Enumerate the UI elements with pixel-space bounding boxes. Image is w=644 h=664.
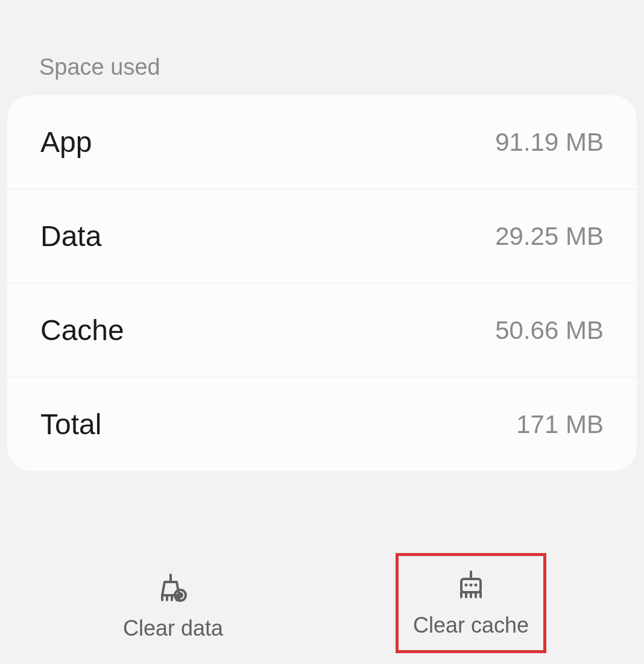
row-data-label: Data bbox=[40, 220, 101, 253]
section-header: Space used bbox=[0, 0, 644, 95]
row-app-value: 91.19 MB bbox=[495, 128, 604, 157]
row-total[interactable]: Total 171 MB bbox=[7, 378, 637, 471]
bottom-actions: Clear data Clear cache bbox=[0, 553, 644, 653]
svg-point-1 bbox=[178, 593, 182, 597]
broom-clear-cache-icon bbox=[454, 568, 488, 602]
storage-card: App 91.19 MB Data 29.25 MB Cache 50.66 M… bbox=[7, 95, 637, 471]
clear-data-button[interactable]: Clear data bbox=[98, 559, 248, 653]
row-cache-value: 50.66 MB bbox=[495, 316, 604, 345]
row-cache[interactable]: Cache 50.66 MB bbox=[7, 283, 637, 378]
clear-cache-label: Clear cache bbox=[413, 613, 529, 638]
row-total-value: 171 MB bbox=[516, 410, 604, 439]
clear-data-label: Clear data bbox=[123, 616, 223, 641]
row-data-value: 29.25 MB bbox=[495, 222, 604, 251]
clear-cache-button[interactable]: Clear cache bbox=[396, 553, 546, 653]
row-app-label: App bbox=[40, 125, 92, 159]
row-data[interactable]: Data 29.25 MB bbox=[7, 189, 637, 283]
row-app[interactable]: App 91.19 MB bbox=[7, 95, 637, 189]
broom-clear-data-icon bbox=[156, 571, 190, 605]
row-total-label: Total bbox=[40, 408, 101, 441]
row-cache-label: Cache bbox=[40, 314, 124, 347]
